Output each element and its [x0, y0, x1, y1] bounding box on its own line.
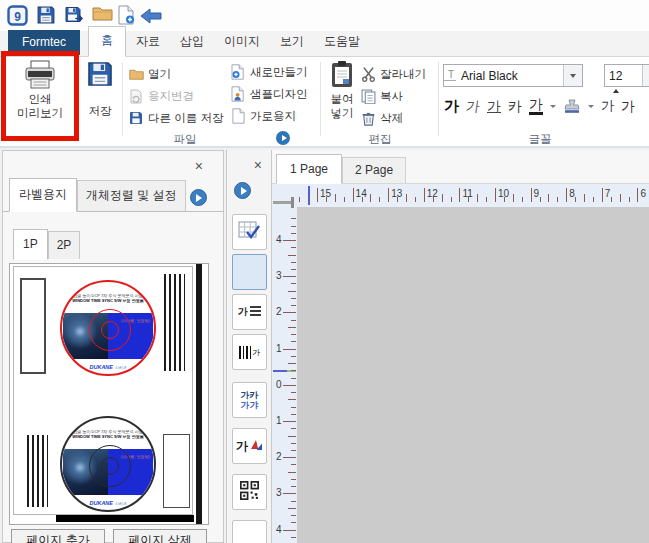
grow-font-button[interactable]: 가 [601, 95, 614, 117]
new-doc-button[interactable]: 새로만들기 [230, 63, 308, 81]
wordart-button[interactable]: 가카가갸 [232, 382, 267, 418]
font-effect-icon: 가 [236, 438, 248, 455]
ruler-tick [397, 197, 398, 202]
ruler-tick [288, 255, 296, 256]
font-effect-button[interactable]: 가 [232, 428, 267, 464]
font-size-combo[interactable]: 12 [604, 64, 649, 87]
barcode-button[interactable]: 가 [232, 334, 267, 370]
excel-data-button[interactable] [232, 254, 267, 290]
ruler-cursor-marker [273, 370, 287, 372]
font-size-dropdown[interactable] [642, 65, 649, 86]
ruler-tick [288, 472, 296, 473]
font-color-dropdown[interactable] [550, 105, 556, 108]
tab-홈[interactable]: 홈 [88, 26, 126, 57]
new-document-icon[interactable] [118, 5, 140, 27]
open-folder-button[interactable]: 열기 [128, 65, 223, 83]
canvas-page-tab-2[interactable]: 2 Page [342, 157, 406, 183]
ruler-tick [283, 493, 296, 494]
save-as-icon[interactable] [64, 5, 86, 27]
ruler-tick [291, 450, 296, 451]
font-name-combo[interactable]: T Arial Black [443, 64, 583, 87]
open-folder-icon[interactable] [92, 5, 114, 27]
sample-design-icon [230, 86, 246, 102]
ruler-tick [283, 349, 296, 350]
spine-label-rect[interactable] [20, 278, 46, 374]
spine-label-lines[interactable] [27, 435, 48, 507]
italic-button[interactable]: 가 [464, 95, 481, 117]
panel-tab-1[interactable]: 개체정렬 및 설정 [77, 180, 186, 211]
delete-button[interactable]: 삭제 [360, 109, 426, 127]
tab-도움말[interactable]: 도움말 [314, 28, 370, 56]
ruler-tick [504, 197, 505, 202]
underline-button[interactable]: 가 [487, 95, 501, 117]
ruler-tick [362, 197, 363, 202]
left-panel-close-button[interactable]: × [195, 159, 203, 173]
tab-자료[interactable]: 자료 [126, 28, 170, 56]
spine-label-rect[interactable] [163, 434, 190, 508]
more-tool-button[interactable] [232, 520, 267, 543]
insert-toolbar: × 가가가카가갸가 [226, 150, 272, 543]
ruler-tick [291, 392, 296, 393]
copy-button[interactable]: 복사 [360, 87, 426, 105]
paste-label-2: 넣기 [331, 106, 354, 120]
ruler-tick [291, 501, 296, 502]
preview-page-tab-1P[interactable]: 1P [13, 229, 48, 260]
up-arrow-icon [613, 89, 619, 93]
file-group-expand-button[interactable] [276, 131, 290, 145]
font-name-dropdown[interactable] [563, 65, 582, 86]
play-icon [196, 194, 202, 202]
ruler-number: 7 [605, 188, 611, 199]
cd-label-selected[interactable]: 한글 높이 DCP 7차 주식 문제분석 사항 WINDOW TIME SYNC… [60, 280, 156, 376]
ruler-number: 6 [640, 188, 646, 199]
ruler-tick [548, 194, 549, 202]
tab-보기[interactable]: 보기 [270, 28, 314, 56]
tab-이미지[interactable]: 이미지 [214, 28, 270, 56]
save-icon[interactable] [36, 5, 58, 27]
delete-page-button[interactable]: 페이지 삭제 [113, 529, 207, 543]
shrink-font-button[interactable]: 가 [621, 95, 635, 117]
paper-change-label: 용지변경 [148, 89, 194, 104]
highlight-dropdown[interactable] [588, 105, 594, 108]
highlight-stamp-icon[interactable] [563, 98, 581, 114]
sample-design-button[interactable]: 샘플디자인 [230, 85, 308, 103]
print-preview-button[interactable]: 인쇄 미리보기 [8, 60, 72, 120]
table-check-button[interactable] [232, 214, 267, 250]
formtec-logo-icon[interactable]: 9 [7, 5, 29, 27]
add-page-button[interactable]: 페이지 추가 [11, 529, 105, 543]
ruler-tick [620, 194, 621, 202]
design-canvas[interactable] [297, 207, 649, 543]
landscape-doc-button[interactable]: 가로용지 [230, 107, 308, 125]
toolbar-expand-button[interactable] [234, 182, 251, 199]
ruler-number: 1 [276, 343, 282, 354]
panel-tab-0[interactable]: 라벨용지 [9, 178, 77, 212]
save-as-small-button[interactable]: 다른 이름 저장 [128, 109, 223, 127]
preview-page-tab-2P[interactable]: 2P [48, 231, 81, 259]
ruler-tick [291, 428, 296, 429]
strikethrough-button[interactable]: 카 [508, 95, 522, 117]
cut-button[interactable]: 잘라내기 [360, 65, 426, 83]
chevron-down-icon [570, 74, 576, 78]
ruler-number: 2 [276, 451, 282, 462]
qrcode-button[interactable] [232, 474, 267, 510]
tab-삽입[interactable]: 삽입 [170, 28, 214, 56]
save-button[interactable]: 저장 [82, 60, 118, 118]
print-preview-label-1: 인쇄 [29, 92, 52, 106]
font-color-button[interactable]: 가 [529, 97, 543, 115]
paste-button[interactable]: 붙여 넣기 [325, 60, 359, 120]
toolbar-close-button[interactable]: × [254, 158, 262, 172]
label-sheet-preview[interactable]: 한글 높이 DCP 7차 주식 문제분석 사항 WINDOW TIME SYNC… [9, 263, 209, 525]
spine-label-lines[interactable] [164, 274, 185, 371]
tab-formtec[interactable]: Formtec [8, 30, 80, 55]
save-as-small-label: 다른 이름 저장 [148, 111, 223, 126]
ruler-tick [317, 188, 318, 202]
canvas-page-tab-1[interactable]: 1 Page [276, 154, 342, 184]
bold-button[interactable]: 가 [444, 95, 459, 117]
ruler-tick [513, 194, 514, 202]
preview-scrollbar[interactable] [196, 264, 202, 524]
ruler-tick [291, 269, 296, 270]
landscape-doc-icon [230, 108, 246, 124]
text-paragraph-button[interactable]: 가 [232, 294, 267, 330]
panel-expand-button[interactable] [190, 189, 207, 206]
ruler-tick [291, 320, 296, 321]
cd-label-unselected[interactable]: 한글 높이 DCP 7차 주식 문제분석 사항 WINDOW TIME SYNC… [60, 416, 156, 512]
